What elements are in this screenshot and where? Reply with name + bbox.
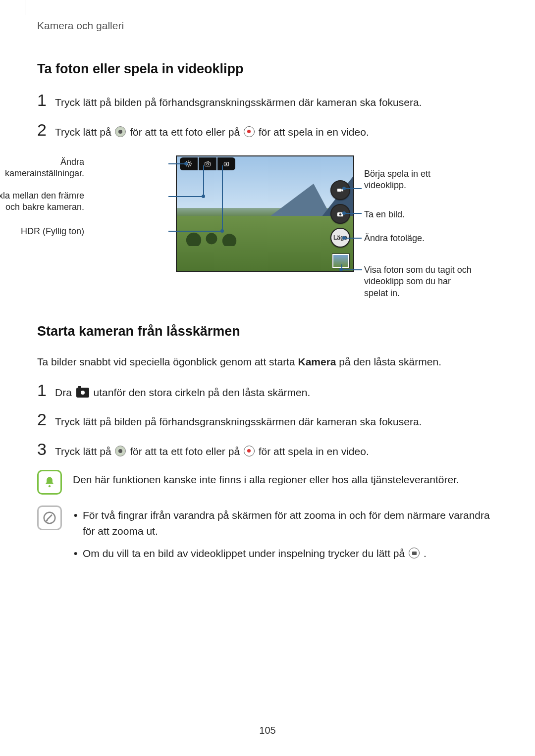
step-number: 3 <box>37 441 52 457</box>
shutter-icon <box>115 446 126 456</box>
leader-line <box>341 269 362 270</box>
note-text: För två fingrar ifrån varandra på skärme… <box>73 505 490 568</box>
alert-icon <box>37 470 62 495</box>
leader-line <box>168 163 186 164</box>
callout-take-photo: Ta en bild. <box>364 209 463 220</box>
step-text-part: Dra <box>55 387 75 398</box>
step-number: 1 <box>37 92 52 108</box>
tip-item: För två fingrar ifrån varandra på skärme… <box>73 507 490 539</box>
leader-line <box>344 238 362 239</box>
callout-hdr: HDR (Fyllig ton) <box>0 226 84 237</box>
section-title-2: Starta kameran från låsskärmen <box>37 324 490 339</box>
leader-line <box>203 165 204 196</box>
step-text-part: för att spela in en video. <box>259 126 369 138</box>
step-text: Tryck lätt på bilden på förhandsgranskni… <box>55 411 490 430</box>
tips-note: För två fingrar ifrån varandra på skärme… <box>37 505 490 568</box>
step-text: Tryck lätt på för att ta ett foto eller … <box>55 441 490 459</box>
section-title-1: Ta foton eller spela in videoklipp <box>37 61 490 77</box>
record-icon <box>244 446 255 456</box>
switch-camera-icon <box>204 160 212 168</box>
step-text: Tryck lätt på för att ta ett foto eller … <box>55 121 490 140</box>
lockscreen-camera-icon <box>76 388 89 398</box>
tip-icon <box>37 505 62 530</box>
leader-line <box>168 196 203 197</box>
leader-line <box>344 188 362 189</box>
step-text-part: Tryck lätt på <box>55 446 114 457</box>
svg-rect-1 <box>205 162 211 166</box>
record-icon <box>244 126 255 137</box>
step-number: 2 <box>37 121 52 138</box>
step-text-part: utanför den stora cirkeln på den låsta s… <box>94 387 311 398</box>
step-number: 2 <box>37 411 52 428</box>
tip-item: Om du vill ta en bild av videoklippet un… <box>73 546 490 561</box>
intro-paragraph: Ta bilder snabbt vid speciella ögonblick… <box>37 354 490 370</box>
step-number: 1 <box>37 382 52 399</box>
hdr-icon <box>222 160 230 168</box>
record-video-button[interactable] <box>330 180 350 200</box>
callout-switch-camera: Växla mellan den främre och bakre kamera… <box>0 190 84 213</box>
tip-text-part: Om du vill ta en bild av videoklippet un… <box>83 548 408 559</box>
capture-during-video-icon <box>409 548 420 558</box>
leader-line <box>344 213 362 214</box>
intro-strong: Kamera <box>298 356 336 367</box>
hdr-button[interactable] <box>217 157 235 170</box>
step-text-part: för att ta ett foto eller på <box>130 446 243 457</box>
tips-list: För två fingrar ifrån varandra på skärme… <box>73 507 490 561</box>
bell-icon <box>43 475 56 489</box>
svg-point-8 <box>49 485 51 487</box>
step-text: Dra utanför den stora cirkeln på den lås… <box>55 382 490 401</box>
pencil-note-icon <box>42 510 57 525</box>
camera-preview-screen: Läge <box>176 155 354 272</box>
callout-record: Börja spela in ett videoklipp. <box>364 168 463 192</box>
intro-part: Ta bilder snabbt vid speciella ögonblick… <box>37 356 298 367</box>
step-1b: 1 Dra utanför den stora cirkeln på den l… <box>37 382 490 401</box>
shutter-icon <box>115 126 126 137</box>
step-text-part: Tryck lätt på <box>55 126 114 138</box>
switch-camera-button[interactable] <box>199 157 216 170</box>
step-text-part: för att ta ett foto eller på <box>130 126 243 138</box>
page-number: 105 <box>0 725 535 736</box>
region-note: Den här funktionen kanske inte finns i a… <box>37 470 490 495</box>
callout-gallery: Visa foton som du tagit och videoklipp s… <box>364 264 473 299</box>
note-text: Den här funktionen kanske inte finns i a… <box>73 470 490 488</box>
step-text-part: för att spela in en video. <box>259 446 369 457</box>
intro-part: på den låsta skärmen. <box>336 356 441 367</box>
callout-mode: Ändra fotoläge. <box>364 233 463 244</box>
step-2: 2 Tryck lätt på för att ta ett foto elle… <box>37 121 490 140</box>
page-edge-rule <box>25 0 25 15</box>
svg-point-4 <box>225 163 227 165</box>
svg-point-0 <box>187 162 190 165</box>
leader-line <box>168 231 222 232</box>
svg-point-2 <box>207 163 209 165</box>
leader-line <box>341 264 342 270</box>
step-2b: 2 Tryck lätt på bilden på förhandsgransk… <box>37 411 490 430</box>
breadcrumb: Kamera och galleri <box>37 20 490 32</box>
callout-settings: Ändra kamerainställningar. <box>0 156 84 180</box>
take-photo-button[interactable] <box>330 204 350 224</box>
gallery-thumbnail-button[interactable] <box>332 254 349 268</box>
leader-line <box>222 165 223 231</box>
step-1: 1 Tryck lätt på bilden på förhandsgransk… <box>37 92 490 110</box>
tip-text-part: . <box>424 548 427 559</box>
camera-ui-diagram: Läge Ändra kamerainställningar. Växla me… <box>37 151 490 304</box>
svg-point-7 <box>339 213 342 215</box>
step-text: Tryck lätt på bilden på förhandsgranskni… <box>55 92 490 110</box>
preview-trees <box>182 231 241 246</box>
page-content: Kamera och galleri Ta foton eller spela … <box>0 0 535 599</box>
step-3b: 3 Tryck lätt på för att ta ett foto elle… <box>37 441 490 459</box>
svg-rect-5 <box>337 189 341 192</box>
